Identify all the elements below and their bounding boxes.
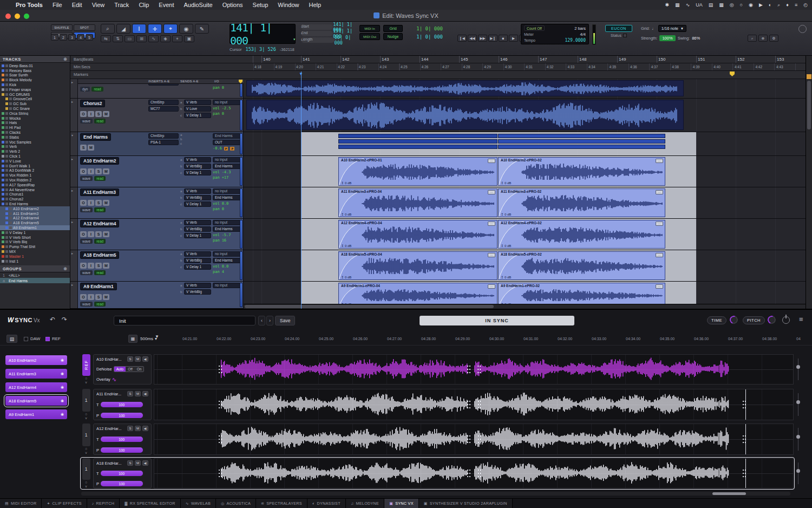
insert-slot[interactable]: MC77 [148, 106, 179, 112]
gain-readout[interactable]: -0.6PP [213, 146, 241, 151]
sync-ref-track-row[interactable]: REF○˅A10 EndHar...SM◀)DeNoiseAutoOffOnOv… [81, 354, 794, 385]
audio-clip[interactable]: A10 EndHarm2-ePRO-02⋯↥0 dB [498, 157, 665, 186]
send-slot[interactable]: V VerbBig [184, 258, 211, 263]
io-slot[interactable]: End Harms [213, 195, 241, 200]
mirror-midi-icon[interactable]: ◈ [160, 35, 171, 42]
t-slider[interactable]: 100 [101, 402, 143, 407]
clip-gain-icon[interactable]: ⋯ [488, 284, 495, 289]
track-s-button[interactable]: S [95, 111, 102, 117]
track-lane[interactable]: A12 EndHarm4-ePRO-04⋯↥0 dBA12 EndHarm4-e… [244, 219, 806, 250]
volume-readout[interactable]: vol-5.7 [213, 233, 241, 237]
track-name[interactable]: A12 EndHar... [96, 426, 126, 431]
track-list-item[interactable]: Stabs [0, 135, 70, 140]
p-slider[interactable]: 100 [101, 413, 143, 418]
main-counter[interactable]: 141| 1| 000▾ [230, 24, 296, 44]
sync-anchor-handle[interactable] [477, 434, 481, 444]
toolbar-target-icon[interactable] [798, 25, 807, 33]
settings-icon[interactable]: ⚙ [769, 35, 778, 42]
track-view-selector[interactable]: wave [80, 207, 93, 212]
track-s-button[interactable]: S [95, 294, 102, 300]
io-slot[interactable]: End Harms [213, 164, 241, 169]
group-clip-bar[interactable] [338, 139, 497, 144]
track-name[interactable]: A18 EndHarm5 [80, 251, 119, 259]
track-s-button[interactable]: S [95, 263, 102, 269]
overlay-wave-icon[interactable]: ∿ [112, 376, 116, 382]
track-collapse-icon[interactable]: ▸ [70, 187, 78, 218]
forward-button[interactable]: ▶▶ [478, 35, 487, 42]
mute-button[interactable]: M [135, 426, 141, 431]
clip-gain-readout[interactable]: ↥0 dB [341, 275, 351, 279]
midi-in-indicator[interactable]: MIDI In [359, 25, 380, 32]
cloud-icon[interactable]: ○ [740, 2, 743, 8]
send-slot[interactable]: V Verb [184, 251, 211, 257]
selector-tool[interactable]: I [132, 24, 146, 34]
clip-gain-readout[interactable]: ↥0 dB [341, 244, 351, 248]
menu-item[interactable]: Clip [134, 2, 154, 8]
grabber-tool[interactable]: ✛ [148, 24, 162, 34]
track-list-item[interactable]: Vox Riddim 1 [0, 173, 70, 178]
solo-button[interactable]: S [127, 460, 133, 466]
clip-gain-readout[interactable]: ↥0 dB [341, 212, 351, 216]
checkbox-icon[interactable] [45, 337, 50, 341]
tab-rx-spectral-editor[interactable]: ▓ RX SPECTRAL EDITOR [120, 499, 181, 508]
track-list-item[interactable]: GrooveCell [0, 97, 70, 102]
audio-clip[interactable] [246, 80, 684, 96]
insert-slot[interactable]: PSA-1 [148, 140, 179, 145]
track-o-button[interactable]: O [80, 168, 87, 174]
automation-mode-button[interactable]: read [94, 176, 106, 181]
track-name[interactable]: A11 EndHar... [96, 392, 126, 396]
track-m-button[interactable]: M [103, 231, 109, 237]
lane-zoom-slider[interactable] [796, 428, 801, 451]
sync-waveform-lane[interactable] [154, 424, 794, 455]
grid-resolution-select[interactable]: 1/16 note▾ [658, 25, 686, 32]
group-clip-bar[interactable] [498, 145, 665, 149]
play-icon[interactable]: ▶ [759, 2, 763, 8]
track-lane[interactable] [244, 99, 806, 132]
send-slot[interactable]: V Delay 1 [184, 201, 211, 207]
hub-icon[interactable]: ✱ [665, 2, 670, 8]
track-header[interactable]: A12 EndHarm4OISMwavereadaV VerbbV VerbBi… [78, 219, 244, 250]
track-list-item[interactable]: Soar Synth [0, 73, 70, 78]
pan-badge[interactable]: P [224, 147, 228, 151]
automation-mode-button[interactable]: read [94, 302, 106, 307]
audio-clip[interactable]: A18 EndHarm5-ePRO-02⋯↥0 dB [498, 251, 665, 280]
io-slot[interactable]: no input [213, 283, 241, 288]
clip-gain-icon[interactable]: ⋯ [488, 222, 495, 226]
solo-button[interactable]: S [127, 391, 133, 396]
track-list-item[interactable]: Block Melody [0, 77, 70, 82]
track-list-toggle-icon[interactable]: ▤ [6, 335, 17, 343]
spot-mode-button[interactable]: SPOT [74, 24, 95, 31]
keyboard-icon[interactable]: ▦ [719, 2, 724, 8]
menu-item[interactable]: Setup [248, 2, 273, 8]
send-slot[interactable]: V Verb [184, 157, 211, 162]
track-header[interactable]: End HarmsSMChnlStrpPSA-1abcEnd HarmsOUT-… [78, 132, 244, 155]
power-icon[interactable] [782, 316, 790, 324]
track-list-item[interactable]: V Verb Short [0, 235, 70, 240]
track-name[interactable]: A9 EndHarm1 [80, 283, 117, 290]
track-list-item[interactable]: Master 1 [0, 254, 70, 259]
p-slider[interactable]: 100 [101, 447, 143, 453]
clip-gain-icon[interactable]: ⋯ [656, 159, 663, 163]
time-knob[interactable] [729, 315, 739, 325]
zoom-preset-button[interactable]: 3 [68, 34, 76, 41]
track-list-item[interactable]: Finger snaps [0, 87, 70, 92]
tab-sync-vx[interactable]: ▣ SYNC VX [384, 499, 419, 508]
mic-icon[interactable]: ♦ [786, 2, 789, 8]
io-slot[interactable]: no input [213, 157, 241, 162]
pitch-mode-button[interactable]: PITCH [743, 316, 765, 324]
menu-item[interactable]: Track [109, 2, 134, 8]
chevron-down-icon[interactable]: ˅ [85, 485, 87, 489]
insertion-follows-icon[interactable]: ▭ [125, 35, 135, 42]
track-name[interactable]: End Harms [80, 133, 111, 141]
redo-icon[interactable]: ↷ [62, 316, 67, 323]
strength-value[interactable]: 100% [659, 35, 675, 41]
preset-field[interactable]: Init [114, 316, 256, 325]
audio-clip[interactable]: A11 EndHarm3-ePRO-04⋯↥0 dB [338, 188, 497, 217]
volume-readout[interactable]: vol0.0 [213, 201, 241, 206]
track-list-item[interactable]: Click 1 [0, 154, 70, 159]
send-slot[interactable]: V Delay 1 [184, 170, 211, 175]
sync-anchor-handle[interactable] [467, 468, 471, 478]
track-header[interactable]: Chorus2OISMwavereadChnlStrpMC77aV VerbbV… [78, 99, 244, 132]
sync-anchor-handle[interactable] [467, 434, 471, 444]
power-icon[interactable]: ○ [85, 413, 87, 416]
